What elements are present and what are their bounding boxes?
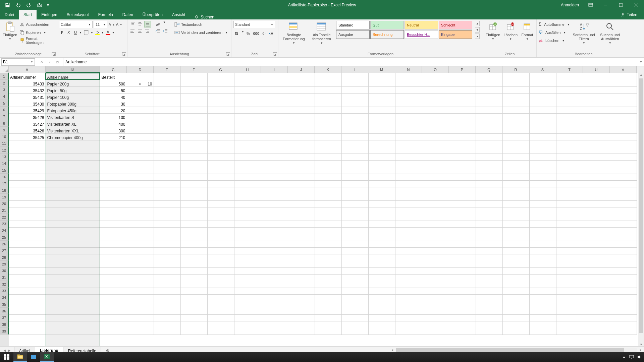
merge-center-button[interactable]: Verbinden und zentrieren▼ (174, 29, 228, 36)
undo-icon[interactable] (13, 1, 23, 9)
cell[interactable] (341, 200, 368, 207)
cell[interactable] (610, 247, 637, 254)
cell[interactable] (341, 86, 368, 93)
row-header[interactable]: 36 (0, 308, 9, 314)
cell[interactable] (9, 254, 46, 261)
cell[interactable] (46, 174, 100, 180)
cell[interactable] (529, 281, 556, 288)
cell[interactable] (154, 127, 180, 133)
cell[interactable] (341, 261, 368, 267)
cell[interactable]: Visitenkarten S (46, 113, 100, 120)
cell[interactable] (529, 308, 556, 314)
orientation-button[interactable]: ab (155, 21, 162, 27)
cell[interactable] (476, 187, 502, 194)
cell[interactable] (610, 207, 637, 214)
cell[interactable] (449, 301, 476, 308)
cell[interactable] (610, 133, 637, 140)
cell[interactable] (368, 127, 395, 133)
cell[interactable] (234, 328, 261, 335)
cell[interactable] (261, 221, 288, 227)
cell[interactable] (207, 314, 234, 321)
cell[interactable] (476, 308, 502, 314)
cell[interactable] (529, 167, 556, 174)
cell[interactable] (100, 308, 127, 314)
cell[interactable] (315, 254, 341, 261)
select-all-corner[interactable] (0, 66, 9, 73)
cell[interactable] (341, 174, 368, 180)
cell[interactable] (127, 167, 154, 174)
cell[interactable] (100, 288, 127, 294)
cell[interactable] (180, 200, 207, 207)
cell[interactable] (261, 107, 288, 113)
cell[interactable] (422, 241, 449, 247)
cell[interactable] (449, 294, 476, 301)
cell[interactable] (476, 100, 502, 107)
cell[interactable] (127, 100, 154, 107)
cell[interactable] (207, 234, 234, 241)
cell[interactable] (315, 294, 341, 301)
cell[interactable] (180, 174, 207, 180)
paste-button[interactable]: Einfügen ▼ (2, 21, 18, 41)
cell[interactable] (583, 147, 610, 154)
cell[interactable] (449, 140, 476, 147)
cell[interactable] (261, 214, 288, 221)
cell[interactable] (207, 147, 234, 154)
cell[interactable] (476, 194, 502, 200)
cell[interactable] (234, 227, 261, 234)
cell[interactable] (556, 247, 583, 254)
cell[interactable] (368, 140, 395, 147)
cell[interactable] (395, 100, 422, 107)
cell[interactable] (127, 247, 154, 254)
cell[interactable] (315, 100, 341, 107)
cell[interactable] (502, 160, 529, 167)
cell[interactable] (502, 187, 529, 194)
cell[interactable] (502, 73, 529, 80)
cell[interactable] (180, 133, 207, 140)
cell[interactable] (529, 261, 556, 267)
cell[interactable] (234, 86, 261, 93)
cell[interactable] (583, 80, 610, 86)
cell[interactable] (288, 241, 315, 247)
row-header[interactable]: 35 (0, 301, 9, 308)
font-dialog-launcher[interactable]: ◢ (122, 52, 126, 56)
cell[interactable] (476, 73, 502, 80)
cell[interactable]: 50 (100, 86, 127, 93)
cell[interactable] (583, 261, 610, 267)
cell[interactable] (502, 174, 529, 180)
cell[interactable] (154, 174, 180, 180)
cell[interactable] (449, 254, 476, 261)
cell[interactable] (476, 314, 502, 321)
cell[interactable] (476, 140, 502, 147)
cell[interactable] (529, 86, 556, 93)
cell[interactable] (341, 187, 368, 194)
taskbar-excel[interactable]: X (40, 352, 54, 362)
cell[interactable] (449, 160, 476, 167)
cell[interactable] (180, 147, 207, 154)
column-header[interactable]: O (422, 66, 449, 73)
cell[interactable] (261, 288, 288, 294)
cell[interactable] (449, 314, 476, 321)
cell[interactable] (127, 200, 154, 207)
cell[interactable] (449, 214, 476, 221)
cell[interactable] (207, 180, 234, 187)
cell[interactable] (154, 160, 180, 167)
cell[interactable] (368, 314, 395, 321)
cell[interactable] (9, 288, 46, 294)
row-header[interactable]: 30 (0, 267, 9, 274)
cell[interactable] (46, 154, 100, 160)
cell[interactable] (395, 86, 422, 93)
cell[interactable] (9, 214, 46, 221)
shrink-font-button[interactable]: A▼ (116, 21, 122, 28)
cell[interactable] (556, 221, 583, 227)
cell[interactable] (261, 314, 288, 321)
format-painter-button[interactable]: Format übertragen (20, 37, 55, 44)
cells-area[interactable]: ArtikelnummerArtikelnameBestellt35433Pap… (9, 73, 644, 346)
cell[interactable] (154, 120, 180, 127)
cell[interactable] (100, 247, 127, 254)
decrease-decimal-button[interactable]: .0 (268, 30, 275, 37)
cell[interactable] (476, 294, 502, 301)
cell[interactable] (180, 281, 207, 288)
cell[interactable] (261, 133, 288, 140)
cell[interactable] (529, 127, 556, 133)
comma-button[interactable]: 000 (252, 30, 260, 37)
